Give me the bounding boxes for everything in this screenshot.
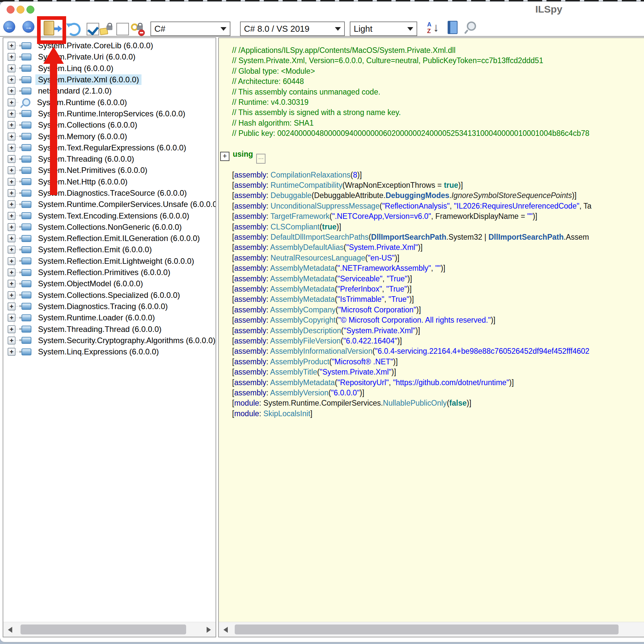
tree-item-label[interactable]: System.Reflection.Emit.Lightweight (6.0.… [35,256,197,266]
expand-plus-icon[interactable]: + [8,76,16,84]
show-internal-api-checkbox[interactable] [87,23,99,35]
tree-item-label[interactable]: System.ObjectModel (6.0.0.0) [35,278,145,289]
using-expander-icon[interactable]: + [220,152,229,161]
expand-plus-icon[interactable]: + [8,133,16,141]
tree-item-label[interactable]: System.Runtime.CompilerServices.Unsafe (… [35,199,216,210]
tree-item-label[interactable]: System.Collections.NonGeneric (6.0.0.0) [35,222,184,232]
assembly-tree[interactable]: +System.Private.CoreLib (6.0.0.0)+System… [3,38,216,622]
tree-item-label[interactable]: System.Text.RegularExpressions (6.0.0.0) [35,142,189,153]
tree-item-label[interactable]: System.Collections.Specialized (6.0.0.0) [35,290,183,301]
tree-item[interactable]: +System.Collections.NonGeneric (6.0.0.0) [3,221,216,233]
tree-item-label[interactable]: System.Reflection.Emit (6.0.0.0) [35,244,154,255]
language-dropdown[interactable]: C# [150,21,230,36]
scroll-left-arrow-icon[interactable] [8,627,12,633]
tree-item[interactable]: +System.Reflection.Emit.ILGeneration (6.… [3,233,216,244]
tree-item-label[interactable]: System.Linq.Expressions (6.0.0.0) [35,346,162,357]
scrollbar-thumb[interactable] [235,624,619,634]
collapse-tree-button[interactable] [448,21,458,34]
expand-plus-icon[interactable]: + [8,166,16,174]
tree-item-label[interactable]: System.Threading.Thread (6.0.0.0) [35,324,164,335]
search-button[interactable] [467,21,476,31]
tree-item[interactable]: +System.Memory (6.0.0.0) [3,131,216,142]
tree-item[interactable]: +System.Reflection.Emit.Lightweight (6.0… [3,256,216,267]
tree-item[interactable]: +System.Text.Encoding.Extensions (6.0.0.… [3,210,216,221]
sort-assemblies-button[interactable]: A Z ↓ [426,21,441,35]
tree-item[interactable]: +System.Diagnostics.Tracing (6.0.0.0) [3,301,216,312]
expand-plus-icon[interactable]: + [8,178,16,186]
tree-item[interactable]: +netstandard (2.1.0.0) [3,85,216,97]
tree-item[interactable]: +System.Runtime.Loader (6.0.0.0) [3,312,216,323]
tree-item-label[interactable]: System.Diagnostics.TraceSource (6.0.0.0) [35,188,189,198]
tree-item-label[interactable]: System.Memory (6.0.0.0) [35,131,130,142]
scroll-right-arrow-icon[interactable] [207,627,211,633]
tree-item-label[interactable]: netstandard (2.1.0.0) [35,86,114,96]
tree-item[interactable]: +System.Security.Cryptography.Algorithms… [3,335,216,346]
tree-item-label[interactable]: System.Reflection.Primitives (6.0.0.0) [35,267,173,278]
tree-item[interactable]: +System.Reflection.Primitives (6.0.0.0) [3,267,216,278]
tree-item[interactable]: +System.Reflection.Emit (6.0.0.0) [3,244,216,255]
show-compiler-generated-checkbox[interactable] [116,23,129,35]
expand-plus-icon[interactable]: + [8,144,16,152]
tree-item-label[interactable]: System.Runtime.InteropServices (6.0.0.0) [35,108,188,119]
expand-plus-icon[interactable]: + [8,189,16,197]
tree-item-label[interactable]: System.Linq (6.0.0.0) [35,63,116,74]
expand-plus-icon[interactable]: + [8,280,16,288]
tree-item[interactable]: +System.Net.Primitives (6.0.0.0) [3,165,216,176]
tree-item[interactable]: +System.Private.Xml (6.0.0.0) [3,74,216,85]
tree-item-label[interactable]: System.Diagnostics.Tracing (6.0.0.0) [35,301,171,312]
expand-plus-icon[interactable]: + [8,64,16,72]
tree-item[interactable]: +System.Threading (6.0.0.0) [3,153,216,165]
code-horizontal-scrollbar[interactable] [219,622,644,637]
expand-plus-icon[interactable]: + [8,212,16,220]
expand-plus-icon[interactable]: + [8,325,16,333]
expand-plus-icon[interactable]: + [8,223,16,231]
tree-item[interactable]: +System.ObjectModel (6.0.0.0) [3,278,216,289]
expand-plus-icon[interactable]: + [8,53,16,61]
expand-plus-icon[interactable]: + [8,200,16,208]
tree-horizontal-scrollbar[interactable] [3,622,216,637]
expand-plus-icon[interactable]: + [8,302,16,310]
tree-item-label[interactable]: System.Runtime (6.0.0.0) [34,97,130,108]
tree-item[interactable]: +System.Runtime (6.0.0.0) [3,97,216,108]
tree-item[interactable]: +System.Threading.Thread (6.0.0.0) [3,323,216,335]
expand-plus-icon[interactable]: + [8,337,16,344]
tree-item-label[interactable]: System.Runtime.Loader (6.0.0.0) [35,312,158,323]
tree-item-label[interactable]: System.Reflection.Emit.ILGeneration (6.0… [35,233,203,244]
tree-item[interactable]: +System.Collections (6.0.0.0) [3,119,216,131]
expand-plus-icon[interactable]: + [8,121,16,129]
tree-item[interactable]: +System.Private.Uri (6.0.0.0) [3,51,216,62]
tree-item[interactable]: +System.Runtime.InteropServices (6.0.0.0… [3,108,216,119]
tree-item[interactable]: +System.Collections.Specialized (6.0.0.0… [3,290,216,301]
tree-item[interactable]: +System.Linq (6.0.0.0) [3,63,216,74]
expand-plus-icon[interactable]: + [8,291,16,299]
refresh-button[interactable] [67,23,81,36]
expand-plus-icon[interactable]: + [8,42,16,50]
code-view[interactable]: // /Applications/ILSpy.app/Contents/MacO… [219,38,644,622]
expand-plus-icon[interactable]: + [8,314,16,322]
expand-plus-icon[interactable]: + [8,246,16,254]
expand-plus-icon[interactable]: + [8,234,16,242]
collapsed-usings-box[interactable]: ... [256,154,265,164]
tree-item-label[interactable]: System.Net.Http (6.0.0.0) [35,177,130,187]
forward-button[interactable]: → [22,21,34,33]
expand-plus-icon[interactable]: + [8,99,16,106]
tree-item[interactable]: +System.Net.Http (6.0.0.0) [3,176,216,187]
tree-item-label[interactable]: System.Security.Cryptography.Algorithms … [35,335,216,346]
expand-plus-icon[interactable]: + [8,257,16,265]
tree-item[interactable]: +System.Private.CoreLib (6.0.0.0) [3,40,216,51]
tree-item[interactable]: +System.Diagnostics.TraceSource (6.0.0.0… [3,187,216,199]
expand-plus-icon[interactable]: + [8,110,16,118]
back-button[interactable]: ← [3,21,15,33]
expand-plus-icon[interactable]: + [8,268,16,276]
tree-item[interactable]: +System.Text.RegularExpressions (6.0.0.0… [3,142,216,153]
expand-plus-icon[interactable]: + [8,155,16,163]
scroll-left-arrow-icon[interactable] [223,627,228,633]
expand-plus-icon[interactable]: + [8,87,16,95]
theme-dropdown[interactable]: Light [350,21,417,36]
tree-item-label[interactable]: System.Text.Encoding.Extensions (6.0.0.0… [35,211,192,221]
expand-plus-icon[interactable]: + [8,348,16,356]
tree-item[interactable]: +System.Runtime.CompilerServices.Unsafe … [3,199,216,210]
scrollbar-thumb[interactable] [20,624,186,634]
tree-item[interactable]: +System.Linq.Expressions (6.0.0.0) [3,346,216,357]
language-version-dropdown[interactable]: C# 8.0 / VS 2019 [240,21,345,36]
